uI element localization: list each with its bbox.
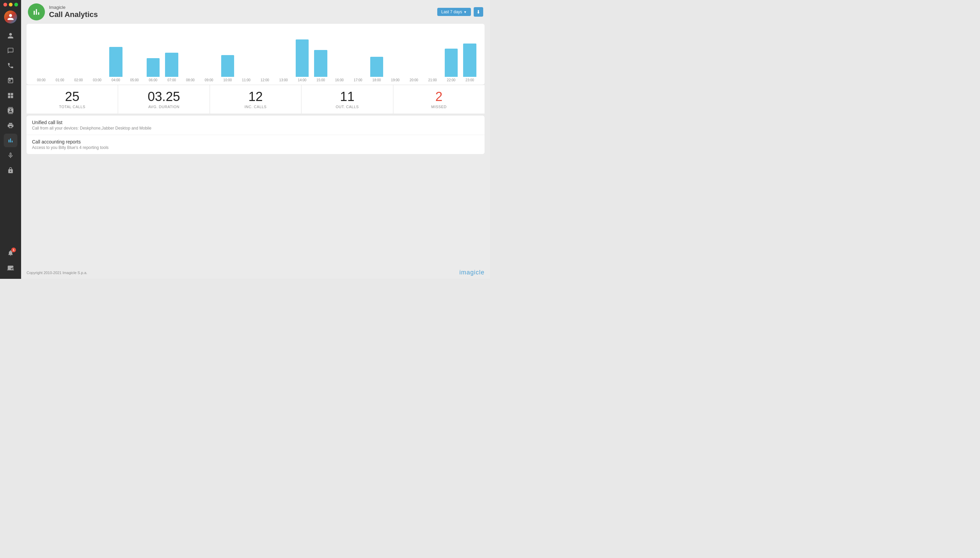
close-button[interactable] [3,3,7,7]
sidebar-item-user[interactable] [4,29,17,43]
stat-item-out-calls: 11OUT. CALLS [301,85,393,113]
stats-row: 25TOTAL CALLS03.25AVG. DURATION12INC. CA… [26,85,485,113]
chart-bar-group [404,36,423,77]
chart-bar [463,44,476,77]
sidebar-item-screenshare[interactable] [4,261,17,275]
stat-label-avg-duration: AVG. DURATION [148,105,180,109]
stat-value-total-calls: 25 [65,90,79,104]
chart-bar-group [219,36,237,77]
copyright-text: Copyright 2010-2021 Imagicle S.p.a. [26,271,87,275]
chart-bar-group [349,36,367,77]
sidebar-item-contacts[interactable] [4,104,17,117]
stat-item-missed: 2MISSED [393,85,485,113]
chart-bar-group [181,36,200,77]
link-title: Call accounting reports [32,139,479,144]
footer: Copyright 2010-2021 Imagicle S.p.a. imag… [21,266,490,279]
chart-area [32,29,479,77]
link-title: Unified call list [32,120,479,125]
sidebar: 1 [0,0,21,279]
avatar[interactable] [4,11,17,23]
stat-item-avg-duration: 03.25AVG. DURATION [118,85,210,113]
sidebar-item-grid[interactable] [4,89,17,102]
sidebar-item-print[interactable] [4,119,17,132]
maximize-button[interactable] [14,3,18,7]
chart-bar-group [69,36,88,77]
sidebar-item-calendar[interactable] [4,74,17,87]
chart-card: 00:0001:0002:0003:0004:0005:0006:0007:00… [26,24,485,85]
stat-item-inc-calls: 12INC. CALLS [210,85,301,113]
content-area: 00:0001:0002:0003:0004:0005:0006:0007:00… [21,24,490,266]
chart-bar-group [200,36,219,77]
chart-bar-group [311,36,330,77]
chart-label: 14:00 [293,78,312,82]
stat-label-missed: MISSED [431,105,446,109]
app-header: Imagicle Call Analytics Last 7 days ▼ ⬇ [21,0,490,24]
chart-bar-group [293,36,312,77]
download-icon[interactable]: ⬇ [474,7,483,16]
chart-bar-group [460,36,479,77]
chart-label: 16:00 [330,78,349,82]
sidebar-item-analytics[interactable] [4,134,17,147]
stat-value-out-calls: 11 [340,90,354,104]
sidebar-item-mic[interactable] [4,149,17,162]
app-brand: Imagicle [49,5,98,10]
sidebar-item-notifications[interactable]: 1 [4,246,17,260]
chart-bar-group [125,36,144,77]
minimize-button[interactable] [9,3,13,7]
chart-label: 09:00 [200,78,219,82]
chart-label: 19:00 [386,78,404,82]
chart-label: 00:00 [32,78,51,82]
chart-label: 13:00 [274,78,293,82]
app-logo [28,3,45,20]
chart-label: 23:00 [460,78,479,82]
chart-bar-group [51,36,69,77]
chart-bar [147,58,159,77]
chart-bar [370,57,383,77]
stat-label-out-calls: OUT. CALLS [335,105,358,109]
chart-label: 20:00 [404,78,423,82]
chart-bar [314,50,327,77]
chart-label: 06:00 [144,78,163,82]
chart-bar [296,39,309,77]
chart-x-axis: 00:0001:0002:0003:0004:0005:0006:0007:00… [32,78,479,82]
chart-bar-group [107,36,125,77]
stat-value-avg-duration: 03.25 [148,90,180,104]
chart-label: 01:00 [51,78,69,82]
date-filter-button[interactable]: Last 7 days ▼ [437,8,471,16]
header-right: Last 7 days ▼ ⬇ [437,7,483,16]
bar-chart [32,36,479,77]
brand-logo-text: imagicle [459,269,485,276]
stat-value-inc-calls: 12 [248,90,263,104]
app-name: Call Analytics [49,10,98,19]
chevron-down-icon: ▼ [464,10,467,14]
chart-label: 12:00 [256,78,274,82]
stat-value-missed: 2 [435,90,442,104]
sidebar-item-phone[interactable] [4,59,17,72]
chart-label: 03:00 [88,78,107,82]
main-content: Imagicle Call Analytics Last 7 days ▼ ⬇ … [21,0,490,279]
chart-label: 21:00 [423,78,442,82]
chart-bar-group [330,36,349,77]
chart-label: 08:00 [181,78,200,82]
chart-bar-group [367,36,386,77]
stat-label-total-calls: TOTAL CALLS [59,105,85,109]
chart-bar-group [386,36,404,77]
link-item-call-accounting-reports[interactable]: Call accounting reportsAccess to you Bil… [26,135,485,154]
chart-bar-group [274,36,293,77]
link-subtitle: Access to you Billy Blue's 4 reporting t… [32,145,479,150]
chart-label: 18:00 [367,78,386,82]
chart-bar [165,53,178,77]
chart-label: 17:00 [349,78,367,82]
chart-label: 22:00 [442,78,461,82]
stat-label-inc-calls: INC. CALLS [245,105,267,109]
chart-bar-group [88,36,107,77]
sidebar-item-chat[interactable] [4,44,17,57]
chart-label: 02:00 [69,78,88,82]
sidebar-navigation [0,29,21,177]
link-item-unified-call-list[interactable]: Unified call listCall from all your devi… [26,116,485,135]
chart-bar [221,55,234,77]
chart-bar-group [237,36,256,77]
chart-bar-group [256,36,274,77]
stat-item-total-calls: 25TOTAL CALLS [26,85,118,113]
sidebar-item-lock[interactable] [4,164,17,177]
